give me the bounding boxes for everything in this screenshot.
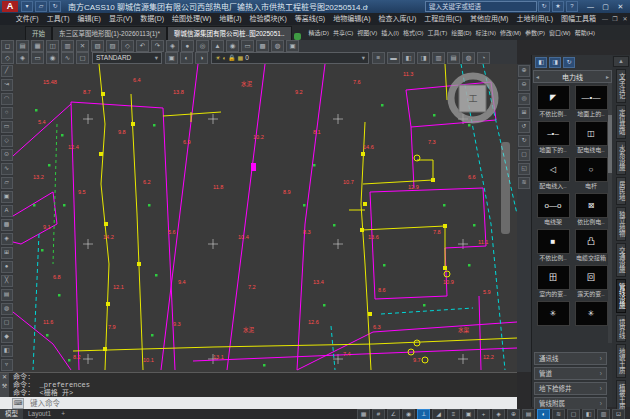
- draw-tool-icon-1[interactable]: ↝: [1, 79, 13, 91]
- status-icon-7[interactable]: ▣: [462, 409, 475, 419]
- draw-tool-icon-5[interactable]: ◇: [1, 135, 13, 147]
- palette-group-0[interactable]: 通讯线›: [534, 352, 607, 365]
- zoom-tool-icon-4[interactable]: ↺: [518, 121, 530, 133]
- acad-menu-item-3[interactable]: 插入(I): [379, 26, 401, 40]
- cass-menu-item-7[interactable]: 检验模块(K): [245, 13, 290, 25]
- toolbar2-left-icon-3[interactable]: ◉: [46, 52, 59, 64]
- draw-tool-icon-0[interactable]: ╱: [1, 65, 13, 77]
- cass-menu-item-8[interactable]: 等高线(S): [291, 13, 329, 25]
- toolbar1-icon-1[interactable]: ▤: [16, 40, 29, 52]
- cass-menu-item-9[interactable]: 地物编辑(A): [329, 13, 374, 25]
- draw-tool-icon-20[interactable]: ◧: [1, 345, 13, 357]
- draw-tool-icon-16[interactable]: ▤: [1, 289, 13, 301]
- toolbar1-icon-5[interactable]: ✕: [76, 40, 89, 52]
- doc-restore-icon[interactable]: ❐: [610, 13, 620, 25]
- toolbar1-icon-3[interactable]: ◫: [46, 40, 59, 52]
- status-icon-1[interactable]: #: [372, 409, 385, 419]
- toolbar2-right-icon-4[interactable]: ▥: [432, 52, 445, 64]
- zoom-tool-icon-1[interactable]: ⊖: [518, 79, 530, 91]
- minimize-button[interactable]: —: [583, 1, 598, 12]
- palette-scroll-right-icon[interactable]: ▸: [604, 73, 611, 80]
- tab-drawing-1[interactable]: 东三区草图地形图(1)-20260113(1)*: [52, 26, 167, 40]
- title-icon-2[interactable]: ?: [566, 1, 578, 12]
- toolbar2-right-icon-0[interactable]: ≡: [372, 52, 385, 64]
- palette-cell-11[interactable]: 回露天的变..: [572, 265, 610, 298]
- toolbar2-left-icon-5[interactable]: ▢: [76, 52, 89, 64]
- toolbar1-icon-11[interactable]: ◈: [166, 40, 179, 52]
- status-icon-8[interactable]: +: [477, 409, 490, 419]
- toolbar2-left-icon-4[interactable]: ∿: [61, 52, 74, 64]
- acad-menu-item-9[interactable]: 参数(P): [523, 26, 547, 40]
- draw-tool-icon-21[interactable]: ▿: [1, 359, 13, 371]
- toolbar2-right-icon-5[interactable]: ▤: [447, 52, 460, 64]
- palette-cell-2[interactable]: –•–地面下的..: [534, 121, 572, 154]
- palette-cell-3[interactable]: ◫配电线电..: [572, 121, 610, 154]
- zoom-tool-icon-6[interactable]: ▢: [518, 149, 530, 161]
- title-icon-1[interactable]: ★: [552, 1, 564, 12]
- palette-group-1[interactable]: 管道›: [534, 367, 607, 380]
- category-tab-3[interactable]: 居民地: [616, 177, 627, 205]
- zoom-tool-icon-0[interactable]: ⊕: [518, 65, 530, 77]
- restore-button[interactable]: ▢: [598, 1, 613, 12]
- category-tab-4[interactable]: 独立地物: [616, 207, 627, 241]
- acad-menu-item-6[interactable]: 绘图(D): [449, 26, 473, 40]
- doc-minimize-icon[interactable]: —: [600, 13, 610, 25]
- toolbar1-icon-12[interactable]: ●: [181, 40, 194, 52]
- toolbar1-icon-0[interactable]: ◻: [1, 40, 14, 52]
- toolbar2-right-icon-2[interactable]: ◧: [402, 52, 415, 64]
- status-icon-14[interactable]: ▢: [567, 409, 580, 419]
- palette-cell-10[interactable]: 田室内的变..: [534, 265, 572, 298]
- cass-menu-item-14[interactable]: 图幅工具箱: [557, 13, 600, 25]
- new-layout-tab[interactable]: +: [56, 409, 70, 419]
- category-tab-7[interactable]: 境界线: [616, 315, 627, 343]
- toolbar2-right-icon-1[interactable]: ▬: [387, 52, 400, 64]
- category-tab-6[interactable]: 管线设施: [616, 279, 627, 313]
- title-icon-0[interactable]: ↻: [538, 1, 550, 12]
- category-tab-0[interactable]: 文字注记: [616, 69, 627, 103]
- palette-scroll-left-icon[interactable]: ◂: [534, 73, 541, 80]
- palette-mini-icon-1[interactable]: ◨: [549, 57, 561, 68]
- status-icon-3[interactable]: ◉: [402, 409, 415, 419]
- layer-combo[interactable]: ☀◐🔒▦ 0▾: [211, 52, 369, 64]
- cass-menu-item-12[interactable]: 其他应用(M): [466, 13, 513, 25]
- side-tabs-scroll-up-icon[interactable]: ▲: [613, 56, 629, 67]
- acad-menu-item-8[interactable]: 修改(M): [498, 26, 523, 40]
- status-icon-9[interactable]: ◈: [492, 409, 505, 419]
- category-tab-2[interactable]: 水系设施: [616, 141, 627, 175]
- style-icon-1[interactable]: ◐: [180, 52, 193, 64]
- acad-menu-item-1[interactable]: 共享(C): [331, 26, 355, 40]
- layout1-tab[interactable]: Layout1: [23, 409, 56, 419]
- qat-icon-2[interactable]: ↻: [49, 1, 61, 12]
- drawing-canvas[interactable]: 15.488.76.413.8水泥9.27.611.35.412.49.86.9…: [13, 64, 517, 372]
- toolbar1-icon-8[interactable]: ◇: [121, 40, 134, 52]
- zoom-tool-icon-7[interactable]: ◱: [518, 163, 530, 175]
- toolbar1-icon-16[interactable]: ▭: [241, 40, 254, 52]
- draw-tool-icon-2[interactable]: ◠: [1, 93, 13, 105]
- cass-menu-item-0[interactable]: 文件(F): [12, 13, 43, 25]
- toolbar1-icon-13[interactable]: ◎: [196, 40, 209, 52]
- palette-cell-4[interactable]: ◁配电线入..: [534, 157, 572, 190]
- tab-start[interactable]: 开始: [25, 26, 52, 40]
- model-tab[interactable]: 模型: [0, 409, 23, 419]
- text-style-combo[interactable]: STANDARD▾: [92, 52, 162, 64]
- toolbar2-left-icon-1[interactable]: ◈: [16, 52, 29, 64]
- cass-menu-item-13[interactable]: 土地利用(L): [512, 13, 557, 25]
- draw-tool-icon-13[interactable]: ⊞: [1, 247, 13, 259]
- acad-menu-item-4[interactable]: 格式(O): [401, 26, 426, 40]
- cass-menu-item-5[interactable]: 绘图处理(W): [168, 13, 215, 25]
- cass-menu-item-11[interactable]: 工程应用(C): [420, 13, 466, 25]
- status-icon-13[interactable]: ≋: [552, 409, 565, 419]
- status-icon-11[interactable]: ▤: [522, 409, 535, 419]
- palette-cell-1[interactable]: —•—地面上的..: [572, 85, 610, 118]
- cass-menu-item-10[interactable]: 检查入库(U): [375, 13, 421, 25]
- status-icon-2[interactable]: ∠: [387, 409, 400, 419]
- draw-tool-icon-12[interactable]: ◈: [1, 233, 13, 245]
- command-input[interactable]: [28, 398, 432, 409]
- toolbar2-left-icon-0[interactable]: ◇: [1, 52, 14, 64]
- app-logo-icon[interactable]: A: [2, 1, 18, 12]
- acad-menu-item-10[interactable]: 窗口(W): [547, 26, 573, 40]
- status-icon-12[interactable]: ◐: [537, 409, 550, 419]
- layer-state-icon-3[interactable]: ▦: [238, 55, 244, 61]
- toolbar2-right-icon-6[interactable]: ◍: [462, 52, 475, 64]
- toolbar1-icon-15[interactable]: ◉: [226, 40, 239, 52]
